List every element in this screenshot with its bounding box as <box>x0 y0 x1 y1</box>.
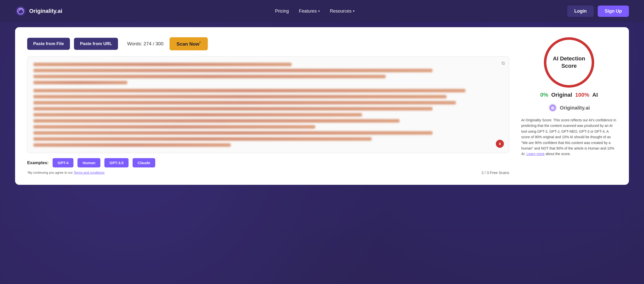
blur-line <box>33 125 315 129</box>
blur-line <box>33 95 447 98</box>
copy-icon: ⧉ <box>502 61 505 66</box>
description-text: AI Originality Score. This score reflect… <box>521 117 617 157</box>
nav-pricing[interactable]: Pricing <box>275 9 289 14</box>
blur-line <box>33 63 292 66</box>
logo-text: Originality.ai <box>29 8 62 14</box>
blur-line <box>33 137 372 141</box>
paste-from-url-button[interactable]: Paste from URL <box>74 38 118 50</box>
blur-line <box>33 101 456 104</box>
paste-from-file-button[interactable]: Paste from File <box>27 38 70 50</box>
right-logo: Originality.ai <box>548 103 590 112</box>
chevron-down-icon: ▾ <box>318 9 320 13</box>
signup-button[interactable]: Sign Up <box>598 6 629 17</box>
terms-link[interactable]: Terms and conditions <box>74 171 105 174</box>
chevron-down-icon: ▾ <box>353 9 354 13</box>
nav-resources[interactable]: Resources ▾ <box>330 9 354 14</box>
terms-text: *By continuing you agree to our Terms an… <box>27 171 105 174</box>
blur-line <box>33 131 432 135</box>
toolbar: Paste from File Paste from URL Words: 27… <box>27 37 509 50</box>
right-logo-icon <box>548 103 557 112</box>
learn-more-link[interactable]: Learn more <box>527 152 545 156</box>
left-panel: Paste from File Paste from URL Words: 27… <box>27 37 509 175</box>
blur-line <box>33 119 399 123</box>
nav-buttons: Login Sign Up <box>567 6 629 17</box>
gauge-label: AI Detection Score <box>546 55 592 69</box>
right-panel: AI Detection Score 0% Original 100% AI O… <box>521 37 617 175</box>
score-ai-label: AI <box>592 92 598 98</box>
example-human-button[interactable]: Human <box>77 158 100 167</box>
right-logo-text: Originality.ai <box>560 105 590 111</box>
score-original-label: Original <box>551 92 572 98</box>
examples-row: Examples: GPT-4 Human GPT-3.5 Claude <box>27 158 509 167</box>
navbar: Originality.ai Pricing Features ▾ Resour… <box>0 0 644 22</box>
blur-line <box>33 89 465 92</box>
free-scans-count: 2 / 3 Free Scans <box>481 170 509 175</box>
example-gpt4-button[interactable]: GPT-4 <box>53 158 73 167</box>
score-ai-pct: 100% <box>575 92 589 98</box>
main-card: Paste from File Paste from URL Words: 27… <box>15 27 629 185</box>
logo-icon <box>15 6 26 17</box>
circle-gauge: AI Detection Score <box>544 37 594 88</box>
logo-area[interactable]: Originality.ai <box>15 6 62 17</box>
login-button[interactable]: Login <box>567 6 594 17</box>
nav-links: Pricing Features ▾ Resources ▾ <box>275 9 354 14</box>
score-row: 0% Original 100% AI <box>540 92 598 98</box>
nav-features[interactable]: Features ▾ <box>299 9 320 14</box>
blur-line <box>33 143 231 147</box>
blur-line <box>33 113 362 117</box>
word-count: Words: 274 / 300 <box>127 41 163 47</box>
example-claude-button[interactable]: Claude <box>133 158 155 167</box>
example-gpt35-button[interactable]: GPT-3.5 <box>104 158 129 167</box>
gauge-container: AI Detection Score 0% Original 100% AI <box>521 37 617 98</box>
blur-line <box>33 81 127 84</box>
blur-line <box>33 107 432 111</box>
blur-line <box>33 75 386 78</box>
examples-label: Examples: <box>27 160 49 165</box>
scan-now-button[interactable]: Scan Now* <box>170 37 208 50</box>
text-area-container[interactable]: ⧉ 4 <box>27 56 509 153</box>
blurred-text-content <box>33 63 503 147</box>
footer-row: *By continuing you agree to our Terms an… <box>27 170 509 175</box>
score-original-pct: 0% <box>540 92 548 98</box>
blur-line <box>33 69 432 72</box>
main-content: Paste from File Paste from URL Words: 27… <box>0 22 644 195</box>
